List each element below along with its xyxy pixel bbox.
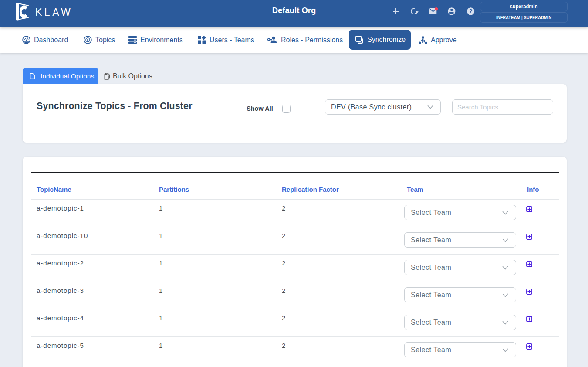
svg-text:?: ? — [469, 8, 473, 14]
